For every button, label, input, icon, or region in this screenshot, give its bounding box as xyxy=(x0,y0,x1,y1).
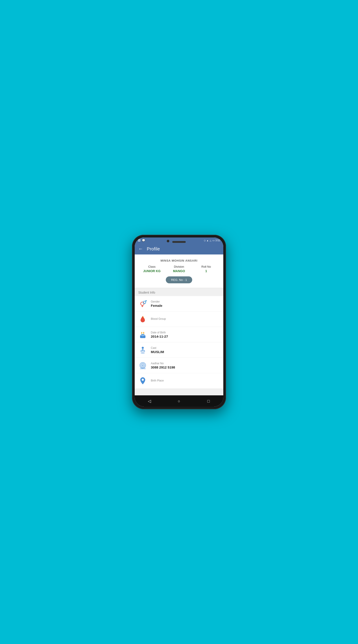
photo-icon: 🖼 xyxy=(138,239,141,242)
aadhar-info: Aadhar No 3088 2912 5198 xyxy=(151,362,220,369)
svg-point-0 xyxy=(141,302,144,305)
svg-point-20 xyxy=(142,379,144,381)
phone-speaker xyxy=(172,241,186,243)
status-bar-left: 🖼 💬 xyxy=(138,239,145,242)
status-bar-right: ◇ ▲ △ ▭ 3:52 xyxy=(204,239,220,242)
cast-label: Cast xyxy=(151,346,220,350)
list-item: Blood Group xyxy=(135,312,223,327)
cast-value: MUSLIM xyxy=(151,350,220,354)
aadhar-value: 3088 2912 5198 xyxy=(151,366,220,369)
screen-content: MINSA MOHSIN ANSARI Class JUNIOR KG Divi… xyxy=(135,254,223,395)
blood-label: Blood Group xyxy=(151,317,220,320)
gender-value: Female xyxy=(151,304,220,308)
student-name: MINSA MOHSIN ANSARI xyxy=(138,259,220,262)
back-button[interactable]: ← xyxy=(138,246,143,252)
whatsapp-icon: 💬 xyxy=(142,239,145,242)
svg-point-14 xyxy=(141,352,145,354)
phone-camera xyxy=(167,240,169,242)
app-bar: ← Profile xyxy=(135,243,223,254)
svg-point-12 xyxy=(143,332,144,334)
rollno-value: 1 xyxy=(193,269,220,273)
list-item: Gender Female xyxy=(135,296,223,312)
blood-icon xyxy=(138,314,147,324)
svg-text:AADHAARI: AADHAARI xyxy=(140,368,145,370)
signal1-icon: ▲ xyxy=(207,239,209,242)
birthplace-label: Birth Place xyxy=(151,379,220,382)
profile-card: MINSA MOHSIN ANSARI Class JUNIOR KG Divi… xyxy=(135,254,223,288)
class-col: Class JUNIOR KG xyxy=(138,265,165,273)
rollno-label: Roll No xyxy=(193,265,220,268)
location-icon xyxy=(138,376,147,385)
division-col: Division MANGO xyxy=(165,265,192,273)
back-nav-button[interactable]: ◁ xyxy=(145,397,154,405)
phone-frame: 🖼 💬 ◇ ▲ △ ▭ 3:52 ← Profile MINSA MOHSIN … xyxy=(132,235,226,409)
wifi-icon: ◇ xyxy=(204,239,206,242)
app-bar-title: Profile xyxy=(147,246,160,252)
student-info-section-label: Student Info xyxy=(135,288,223,296)
rollno-col: Roll No 1 xyxy=(193,265,220,273)
gender-info: Gender Female xyxy=(151,300,220,308)
home-nav-button[interactable]: ○ xyxy=(175,397,183,405)
birthday-icon xyxy=(138,330,147,339)
class-label: Class xyxy=(138,265,165,268)
class-value: JUNIOR KG xyxy=(138,269,165,273)
list-item: AADHAARI Aadhar No 3088 2912 5198 xyxy=(135,358,223,373)
birthplace-info: Birth Place xyxy=(151,379,220,382)
gender-label: Gender xyxy=(151,300,220,303)
phone-screen: 🖼 💬 ◇ ▲ △ ▭ 3:52 ← Profile MINSA MOHSIN … xyxy=(135,238,223,406)
list-item: Birth Place xyxy=(135,373,223,389)
list-item: Date of Birth 2014-11-27 xyxy=(135,327,223,342)
division-value: MANGO xyxy=(165,269,192,273)
info-list: Gender Female xyxy=(135,296,223,389)
svg-point-18 xyxy=(142,365,143,366)
class-info: Class JUNIOR KG Division MANGO Roll No 1 xyxy=(138,265,220,273)
aadhar-icon: AADHAARI xyxy=(138,361,147,370)
nav-bar: ◁ ○ □ xyxy=(135,395,223,406)
svg-point-11 xyxy=(141,332,142,334)
list-item: Cast MUSLIM xyxy=(135,342,223,358)
gender-icon xyxy=(138,299,147,308)
reg-button[interactable]: REG. No - 1 xyxy=(166,276,192,283)
battery-icon: ▭ xyxy=(212,239,215,242)
svg-rect-8 xyxy=(141,334,144,336)
dob-value: 2014-11-27 xyxy=(151,334,220,338)
cast-info: Cast MUSLIM xyxy=(151,346,220,354)
division-label: Division xyxy=(165,265,192,268)
status-time: 3:52 xyxy=(215,239,220,242)
cast-icon xyxy=(138,346,147,354)
aadhar-label: Aadhar No xyxy=(151,362,220,365)
signal2-icon: △ xyxy=(210,239,211,242)
blood-info: Blood Group xyxy=(151,317,220,321)
dob-info: Date of Birth 2014-11-27 xyxy=(151,331,220,338)
recent-nav-button[interactable]: □ xyxy=(204,397,213,405)
dob-label: Date of Birth xyxy=(151,331,220,334)
svg-point-13 xyxy=(142,347,144,349)
